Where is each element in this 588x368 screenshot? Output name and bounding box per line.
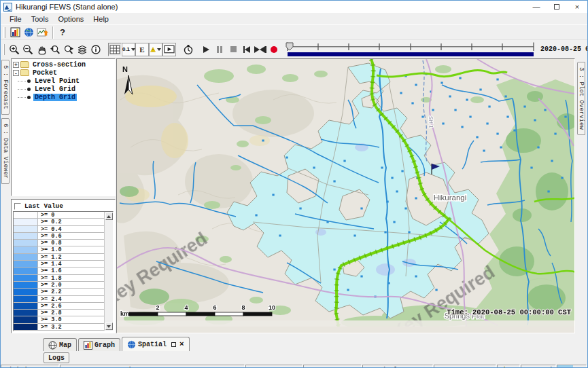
- minimize-button[interactable]: —: [526, 1, 547, 13]
- tab-maximize-icon[interactable]: [171, 342, 176, 347]
- time-navigator-button[interactable]: [181, 43, 195, 56]
- menu-options[interactable]: Options: [53, 14, 88, 24]
- tree-item[interactable]: Level Point: [12, 77, 114, 85]
- logs-row: Logs: [1, 351, 587, 365]
- logs-button[interactable]: Logs: [44, 352, 69, 363]
- tree-item-label: Level Grid: [33, 86, 77, 93]
- tab-spatial[interactable]: Spatial ×: [122, 337, 190, 351]
- bullet-icon: [27, 96, 31, 99]
- legend-row: >= 0.6: [14, 233, 104, 240]
- pause-button[interactable]: [213, 43, 226, 56]
- legend-swatch: [14, 303, 38, 309]
- scroll-up-button[interactable]: [105, 213, 113, 220]
- left-tab-strip: 5 : Forecast 6 : Data Viewer: [1, 58, 10, 333]
- maximize-button[interactable]: [547, 1, 567, 13]
- globe-icon: [127, 340, 136, 349]
- step-forward-button[interactable]: [254, 43, 267, 56]
- legend-swatch: [14, 212, 38, 218]
- main-area: 5 : Forecast 6 : Data Viewer +Cross-sect…: [1, 58, 587, 333]
- panel-tab-forecast[interactable]: 5 : Forecast: [1, 60, 10, 115]
- svg-text:4: 4: [184, 304, 188, 311]
- close-button[interactable]: ×: [567, 1, 587, 13]
- tree-item[interactable]: -Pocket: [12, 69, 114, 77]
- bar-chart-icon: [84, 341, 92, 350]
- tab-close-icon[interactable]: ×: [179, 342, 184, 348]
- view-tabs: Map Graph Spatial ×: [1, 337, 587, 351]
- toolbar-grip[interactable]: [3, 44, 5, 55]
- map-time-label: Time: 2020-08-25 00:00:00 CST: [447, 308, 571, 316]
- map-canvas[interactable]: API Key Required API Key Required: [117, 59, 575, 327]
- tree-item[interactable]: Depth Grid: [12, 93, 114, 101]
- pan-button[interactable]: [35, 43, 48, 56]
- map-display-button[interactable]: [22, 26, 35, 39]
- legend-label: >= 0.6: [38, 233, 62, 239]
- legend-editor-button[interactable]: E: [135, 43, 149, 56]
- zoom-next-button[interactable]: [62, 43, 75, 56]
- map-viewport[interactable]: API Key Required API Key Required: [116, 58, 575, 333]
- grid-display-button[interactable]: [108, 43, 122, 56]
- database-viewer-button[interactable]: [8, 26, 22, 39]
- town-label: Hikurangi: [434, 194, 467, 202]
- legend-row: >= 2.6: [14, 303, 104, 310]
- wire-globe-icon: [48, 341, 57, 350]
- layers-icon: [77, 44, 88, 55]
- tab-graph[interactable]: Graph: [78, 338, 120, 351]
- menu-file[interactable]: File: [5, 14, 27, 24]
- legend-scrollbar[interactable]: [104, 212, 113, 331]
- menu-help[interactable]: Help: [88, 14, 114, 24]
- attribution-strip: [117, 320, 575, 327]
- last-value-checkbox[interactable]: [14, 203, 21, 210]
- status-local-time: 16:27:18 CST: [303, 365, 362, 368]
- database-viewer-icon: [10, 27, 20, 37]
- tree-item-label: Level Point: [33, 77, 81, 85]
- stop-button[interactable]: [226, 43, 240, 56]
- tree-expander[interactable]: +: [13, 62, 19, 68]
- thresholds-dropdown[interactable]: [149, 43, 162, 56]
- play-button[interactable]: [199, 43, 213, 56]
- legend-row: >= 0.2: [14, 219, 104, 225]
- menu-tools[interactable]: Tools: [27, 14, 54, 24]
- zoom-previous-icon: [50, 44, 60, 55]
- folder-icon: [20, 69, 29, 76]
- class-interval-dropdown[interactable]: 0.1: [122, 43, 135, 56]
- legend-row: >= 0: [14, 212, 104, 219]
- legend-row: >= 2.2: [14, 289, 104, 295]
- layers-button[interactable]: [75, 43, 89, 56]
- legend-row: >= 1.2: [14, 254, 104, 261]
- zoom-previous-button[interactable]: [48, 43, 62, 56]
- svg-text:2: 2: [156, 304, 159, 311]
- legend-swatch: [14, 296, 38, 302]
- status-memory-usage: 2.5 GB: [557, 365, 587, 368]
- tab-map[interactable]: Map: [43, 338, 77, 351]
- svg-text:10: 10: [269, 304, 275, 311]
- help-button[interactable]: ?: [56, 26, 69, 39]
- legend-row: >= 2.0: [14, 282, 104, 289]
- record-button[interactable]: [267, 43, 281, 56]
- legend-label: >= 2.8: [38, 310, 62, 316]
- legend-label: >= 1.8: [38, 275, 62, 281]
- current-time-label: 2020-08-25 00:00:00 CST: [540, 45, 588, 53]
- panel-tab-data-viewer[interactable]: 6 : Data Viewer: [1, 118, 10, 184]
- zoom-in-button[interactable]: [7, 43, 21, 56]
- scroll-down-button[interactable]: [105, 323, 113, 330]
- tree-item[interactable]: +Cross-section: [12, 60, 114, 69]
- legend-row: >= 3.2: [14, 324, 104, 331]
- toolbar-grip[interactable]: [3, 27, 5, 38]
- tree-item[interactable]: Level Grid: [12, 85, 114, 93]
- main-toolbar: ?: [1, 24, 587, 39]
- legend-label: >= 1.6: [38, 268, 62, 274]
- status-network-rate: 0.0 MB/s: [521, 365, 556, 368]
- zoom-out-button[interactable]: [21, 43, 35, 56]
- tree-expander[interactable]: -: [13, 70, 19, 76]
- play-icon: [203, 46, 209, 53]
- timeseries-dialog-button[interactable]: [35, 26, 50, 39]
- legend-label: >= 1.2: [38, 254, 62, 260]
- time-slider[interactable]: [285, 41, 538, 58]
- step-backward-button[interactable]: [240, 43, 254, 56]
- animation-button[interactable]: [162, 43, 176, 56]
- legend-header: Last Value: [13, 201, 114, 211]
- title-bar: Hikurangi FEWS (Stand alone) — ×: [1, 1, 587, 13]
- info-button[interactable]: [89, 43, 103, 56]
- legend-swatch: [14, 261, 38, 267]
- panel-tab-plot-overview[interactable]: 3 : Plot Overview: [577, 62, 585, 135]
